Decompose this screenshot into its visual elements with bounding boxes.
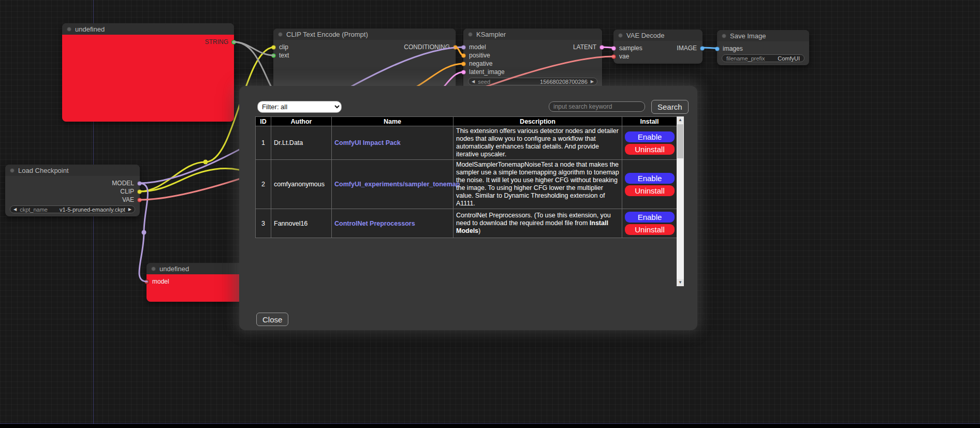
filename-prefix-widget[interactable]: filename_prefix ComfyUI <box>722 54 805 62</box>
table-scrollbar[interactable]: ▲ ▼ <box>677 116 684 286</box>
close-button[interactable]: Close <box>256 313 288 326</box>
latent-image-input-dot[interactable] <box>461 70 466 75</box>
text-input-dot[interactable] <box>271 53 276 58</box>
uninstall-button[interactable]: Uninstall <box>625 185 675 196</box>
extension-description: This extension offers various detector n… <box>454 126 622 160</box>
node-title: KSampler <box>476 31 506 38</box>
extension-link[interactable]: ComfyUI Impact Pack <box>334 139 401 146</box>
input-label-vae: vae <box>619 53 629 60</box>
image-output-dot[interactable] <box>700 46 705 51</box>
extension-id: 1 <box>256 126 271 160</box>
description-text: This extension offers various detector n… <box>456 127 619 158</box>
table-row: 3Fannovel16ControlNet PreprocessorsContr… <box>256 209 677 238</box>
node-vae-decode[interactable]: VAE Decode samples IMAGE vae <box>613 29 703 64</box>
vae-input-dot[interactable] <box>611 54 616 59</box>
collapse-dot-icon[interactable] <box>67 27 71 32</box>
wire-string-to-text-input <box>233 42 274 55</box>
node-title-bar[interactable]: CLIP Text Encode (Prompt) <box>273 28 456 40</box>
description-text: ModelSamplerTonemapNoiseTest a node that… <box>456 161 619 207</box>
enable-button[interactable]: Enable <box>625 212 675 223</box>
enable-button[interactable]: Enable <box>625 131 675 142</box>
node-title: VAE Decode <box>626 32 664 39</box>
positive-input-dot[interactable] <box>461 53 466 58</box>
clip-output-dot[interactable] <box>137 189 142 194</box>
samples-input-dot[interactable] <box>611 46 616 51</box>
extension-description: ModelSamplerTonemapNoiseTest a node that… <box>454 160 622 209</box>
search-button[interactable]: Search <box>651 100 689 114</box>
collapse-dot-icon[interactable] <box>151 267 156 271</box>
increment-arrow-icon[interactable]: ▶ <box>128 207 131 212</box>
description-text: ControlNet Preprocessors. (To use this e… <box>456 212 611 227</box>
link-midpoint-dot <box>203 160 208 165</box>
model-input-dot[interactable] <box>144 279 149 284</box>
extension-link[interactable]: ComfyUI_experiments/sampler_tonemap <box>334 181 460 188</box>
seed-widget-label: seed <box>478 79 490 85</box>
input-label-negative: negative <box>469 60 492 67</box>
column-header: Author <box>271 117 332 126</box>
node-title: Save Image <box>730 32 766 40</box>
collapse-dot-icon[interactable] <box>722 34 726 38</box>
node-title-bar[interactable]: Load Checkpoint <box>5 165 140 176</box>
model-output-dot[interactable] <box>137 181 142 186</box>
node-save-image[interactable]: Save Image images filename_prefix ComfyU… <box>717 30 809 65</box>
node-title-bar[interactable]: VAE Decode <box>613 29 703 41</box>
collapse-dot-icon[interactable] <box>278 32 283 37</box>
collapse-dot-icon[interactable] <box>468 32 473 37</box>
extensions-table: IDAuthorNameDescriptionInstall 1Dr.Lt.Da… <box>255 116 677 238</box>
scrollbar-down-icon[interactable]: ▼ <box>677 279 684 286</box>
scrollbar-thumb[interactable] <box>677 124 683 158</box>
images-input-dot[interactable] <box>715 47 720 51</box>
node-title-bar[interactable]: undefined <box>62 23 234 35</box>
conditioning-output-dot[interactable] <box>453 45 458 50</box>
ckpt-name-widget[interactable]: ◀ ckpt_name v1-5-pruned-emaonly.ckpt ▶ <box>10 205 135 213</box>
filename-prefix-value: ComfyUI <box>778 55 800 62</box>
table-row: 2comfyanonymousComfyUI_experiments/sampl… <box>256 160 677 209</box>
node-title-bar[interactable]: KSampler <box>463 28 602 40</box>
canvas-edge <box>0 424 980 428</box>
output-label-vae: VAE <box>122 196 134 203</box>
node-title: undefined <box>75 25 105 33</box>
enable-button[interactable]: Enable <box>625 173 675 184</box>
input-label-clip: clip <box>279 43 288 51</box>
search-input[interactable] <box>549 101 645 112</box>
link-midpoint-dot <box>142 230 147 235</box>
input-label-samples: samples <box>619 45 642 52</box>
node-title-bar[interactable]: Save Image <box>717 30 809 41</box>
output-label-model: MODEL <box>112 180 134 187</box>
extension-id: 3 <box>256 209 271 238</box>
uninstall-button[interactable]: Uninstall <box>625 224 675 235</box>
negative-input-dot[interactable] <box>461 62 466 66</box>
scrollbar-up-icon[interactable]: ▲ <box>677 116 684 124</box>
string-output-dot[interactable] <box>231 40 236 45</box>
column-header: Install <box>622 117 677 126</box>
node-undefined-top[interactable]: undefined STRING <box>62 23 234 122</box>
decrement-arrow-icon[interactable]: ◀ <box>13 207 17 212</box>
collapse-dot-icon[interactable] <box>618 33 623 38</box>
increment-arrow-icon[interactable]: ▶ <box>591 79 594 84</box>
vae-output-dot[interactable] <box>137 198 142 202</box>
table-row: 1Dr.Lt.DataComfyUI Impact PackThis exten… <box>256 126 677 160</box>
decrement-arrow-icon[interactable]: ◀ <box>472 79 475 84</box>
input-label-latent-image: latent_image <box>469 68 505 76</box>
model-input-dot[interactable] <box>461 45 466 50</box>
node-load-checkpoint[interactable]: Load Checkpoint MODEL CLIP VAE <box>5 165 140 216</box>
node-title: undefined <box>159 265 189 273</box>
node-title-bar[interactable]: undefined <box>147 263 250 274</box>
uninstall-button[interactable]: Uninstall <box>625 144 675 155</box>
seed-widget[interactable]: ◀ seed 156680208700286 ▶ <box>468 78 597 85</box>
input-label-model: model <box>469 43 486 51</box>
collapse-dot-icon[interactable] <box>10 168 14 173</box>
output-label-latent: LATENT <box>573 43 596 51</box>
extension-author: Fannovel16 <box>271 209 332 238</box>
latent-output-dot[interactable] <box>599 45 604 50</box>
output-label-image: IMAGE <box>677 45 697 52</box>
extension-description: ControlNet Preprocessors. (To use this e… <box>454 209 622 238</box>
filter-select[interactable]: Filter: all <box>257 101 342 113</box>
node-title: Load Checkpoint <box>18 167 69 174</box>
node-undefined-bottom[interactable]: undefined model <box>147 263 250 302</box>
input-label-model: model <box>152 278 169 285</box>
ckpt-name-label: ckpt_name <box>20 206 48 213</box>
extension-link[interactable]: ControlNet Preprocessors <box>334 220 415 227</box>
custom-nodes-manager-dialog: Filter: all Search IDAuthorNameDescripti… <box>239 86 697 330</box>
clip-input-dot[interactable] <box>271 45 276 50</box>
